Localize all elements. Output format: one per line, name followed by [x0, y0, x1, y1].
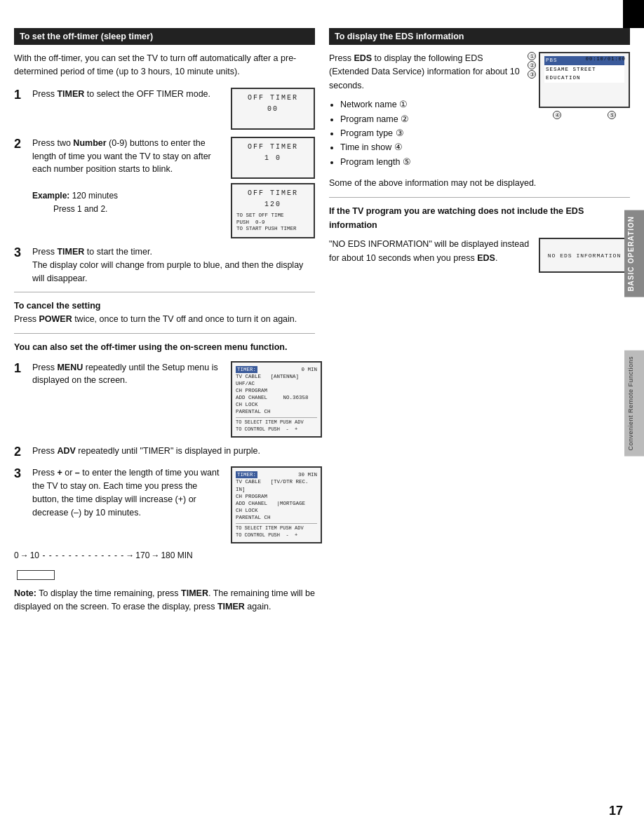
step-3-bold: TIMER [57, 247, 84, 257]
eds-bullet-1: Network name ① [340, 98, 522, 112]
menu-step-2-number: 2 [14, 445, 25, 459]
eds-diagram: Press EDS to display the following EDS (… [329, 52, 630, 170]
cancel-text: Press POWER twice, once to turn the TV o… [14, 313, 315, 326]
menu-tv2-timer-val: 30 MIN [288, 471, 317, 478]
cancel-header: To cancel the setting [14, 299, 315, 313]
menu-tv-r6: PARENTAL CH [236, 408, 317, 415]
intro-text: With the off-timer, you can set the TV t… [14, 52, 315, 79]
right-section-header: To display the EDS information [329, 28, 630, 45]
no-eds-eds-bold: EDS [477, 253, 495, 263]
menu-tv2-r6: PARENTAL CH [236, 514, 317, 521]
menu-step-2-bold: ADV [57, 446, 75, 456]
eds-num-5: ⑤ [608, 111, 616, 119]
step-2-label2: OFF TIMER [236, 189, 309, 198]
menu-tv2-r3: CH PROGRAM [236, 493, 317, 500]
cancel-power-bold: POWER [39, 314, 72, 324]
menu-tv-r4: ADD CHANEL NO.36358 [236, 394, 317, 401]
step-2-number: 2 [14, 137, 25, 151]
step-3-text: Press TIMER to start the timer. The disp… [32, 245, 315, 285]
eds-bottom-nums: ④ ⑤ [539, 111, 630, 120]
timeline-dashes: - - - - - - - - - - - - - [39, 550, 124, 560]
timeline-10: 10 [30, 550, 39, 560]
menu-section-title: You can also set the off-timer using the… [14, 341, 315, 354]
eds-sesame: SESAME STREET [544, 65, 624, 74]
step-2-text: Press two Number (0-9) buttons to enter … [32, 137, 224, 216]
eds-press-bold: EDS [354, 53, 372, 63]
right-divider-1 [329, 197, 630, 198]
eds-num-2: ② [528, 61, 536, 69]
eds-note: Some of the above information may not be… [329, 177, 630, 190]
no-eds-text: "NO EDS INFORMATION" will be displayed i… [329, 238, 532, 265]
eds-screen-box: PBS SESAME STREET EDUCATION 00:10/01:00 … [539, 52, 630, 120]
eds-screen-outer: ① ② ③ PBS SESAME STREET EDUCATION 00:10/… [528, 52, 630, 120]
menu-step-2: 2 Press ADV repeatedly until "TIMER" is … [14, 445, 315, 459]
note-timer1: TIMER [181, 588, 208, 598]
step-3: 3 Press TIMER to start the timer. The di… [14, 245, 315, 285]
menu-tv-timer: TIMER: [236, 366, 257, 373]
menu-tv2-footer: TO SELECT ITEM PUSH ADV TO CONTROL PUSH … [236, 523, 317, 539]
step-2-example: Example: 120 minutes Press 1 and 2. [32, 191, 118, 214]
cancel-section: To cancel the setting Press POWER twice,… [14, 299, 315, 326]
step-3-number: 3 [14, 245, 25, 260]
menu-step-3-minus: – [75, 468, 80, 478]
timeline-170: 170 [135, 550, 149, 560]
timeline-arrow3: → [151, 550, 159, 560]
eds-time: 00:10/01:00 [586, 56, 626, 63]
if-section: If the TV program you are watching does … [329, 205, 630, 273]
step-1-label: OFF TIMER [236, 93, 309, 103]
step-2-tv2: OFF TIMER 120 TO SET OFF TIME PUSH 0-9 T… [231, 183, 315, 238]
menu-step-3-plus: + [57, 468, 62, 478]
step-2: 2 Press two Number (0-9) buttons to ente… [14, 137, 315, 238]
note-timer2: TIMER [217, 602, 245, 612]
eds-circle-nums-top: ① ② ③ [528, 52, 536, 79]
menu-step-1-bold: MENU [57, 363, 83, 372]
eds-bullet-2: Program name ② [340, 113, 522, 126]
menu-step-3-tv: TIMER: 30 MIN TV CABLE [TV/DTR REC. IN] … [231, 466, 322, 543]
eds-edu: EDUCATION [544, 74, 624, 83]
divider-2 [14, 333, 315, 334]
sidebar-basic-operation: BASIC OPERATION [624, 210, 644, 297]
divider-1 [14, 292, 315, 292]
no-eds-screen: NO EDS INFORMATION [539, 238, 630, 273]
eds-num-1: ① [528, 52, 536, 60]
eds-num-3: ③ [528, 70, 536, 79]
step-1-val: 00 [236, 104, 309, 114]
menu-tv-r5: CH LOCK [236, 401, 317, 408]
eds-bullet-3: Program type ③ [340, 127, 522, 140]
timeline-180: 180 MIN [161, 550, 192, 560]
menu-tv-timer-val: 0 MIN [292, 366, 317, 373]
left-column: To set the off-timer (sleep timer) With … [14, 28, 315, 614]
note-section: Note: To display the time remaining, pre… [14, 587, 315, 614]
step-2-label1: OFF TIMER [236, 142, 309, 152]
eds-num-4: ④ [553, 111, 561, 119]
if-header: If the TV program you are watching does … [329, 205, 630, 232]
menu-tv-r3: CH PROGRAM [236, 387, 317, 394]
menu-step-3-screen: TIMER: 30 MIN TV CABLE [TV/DTR REC. IN] … [231, 466, 315, 543]
menu-step-1-screen: TIMER: 0 MIN TV CABLE [ANTENNA] UHF/AC C… [231, 361, 315, 438]
step-1-timer-bold: TIMER [57, 89, 84, 99]
eds-spacer [544, 83, 624, 104]
timeline-arrow1: → [20, 550, 29, 560]
menu-step-1-tv: TIMER: 0 MIN TV CABLE [ANTENNA] UHF/AC C… [231, 361, 322, 438]
step-1-text: Press TIMER to select the OFF TIMER mode… [32, 88, 224, 101]
menu-tv2-r2: TV CABLE [TV/DTR REC. IN] [236, 478, 317, 492]
menu-tv2-row1: TIMER: 30 MIN [236, 471, 317, 478]
eds-bullet-4: Time in show ④ [340, 141, 522, 154]
step-1: 1 Press TIMER to select the OFF TIMER mo… [14, 88, 315, 130]
note-text: Note: To display the time remaining, pre… [14, 587, 315, 614]
step-2-footer: TO SET OFF TIME PUSH 0-9 TO START PUSH T… [236, 212, 309, 233]
step-1-screen: OFF TIMER 00 [231, 88, 315, 130]
eds-bullet-list: Network name ① Program name ② Program ty… [329, 98, 522, 169]
top-black-bar [623, 0, 644, 28]
step-2-val2: 120 [236, 200, 309, 210]
eds-intro: Press EDS to display the following EDS (… [329, 52, 522, 93]
right-column: To display the EDS information Press EDS… [329, 28, 630, 614]
page-number: 17 [609, 804, 623, 818]
sidebar-convenient-remote: Convenient Remote Functions [624, 351, 644, 457]
menu-step-1-number: 1 [14, 361, 25, 376]
menu-step-2-text: Press ADV repeatedly until "TIMER" is di… [32, 445, 315, 458]
menu-tv-footer1: TO SELECT ITEM PUSH ADV TO CONTROL PUSH … [236, 417, 317, 433]
menu-step-1-text: Press MENU repeatedly until the Setup me… [32, 361, 224, 388]
menu-tv2-r4: ADD CHANEL |MORTGAGE [236, 500, 317, 507]
step-2-bold: Number [73, 138, 106, 148]
